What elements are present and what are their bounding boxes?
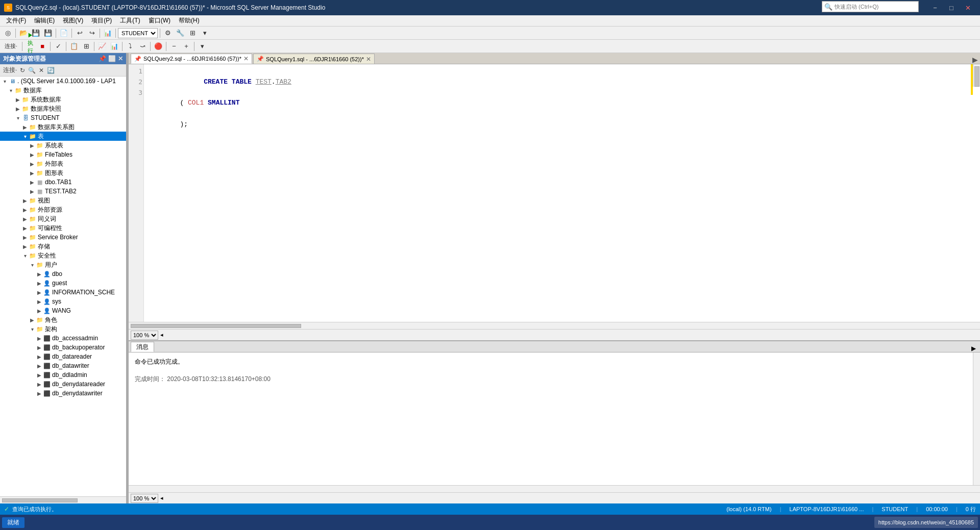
expand-icon-student[interactable]: ▾ xyxy=(14,115,21,121)
toolbar-saveall[interactable]: 💾 xyxy=(42,28,54,39)
expand-icon-user-wang[interactable]: ▶ xyxy=(36,308,43,314)
tree-item-student[interactable]: ▾ 🗄 STUDENT xyxy=(0,113,126,122)
tree-item-servicebroker[interactable]: ▶ 📁 Service Broker xyxy=(0,233,126,242)
expand-icon-tables[interactable]: ▾ xyxy=(21,134,29,139)
expand-icon-dbsnaps[interactable]: ▶ xyxy=(14,106,21,112)
expand-icon-filetables[interactable]: ▶ xyxy=(29,152,36,158)
toolbar-zoom-in[interactable]: + xyxy=(181,41,192,52)
oe-undock-button[interactable]: ⬜ xyxy=(108,55,116,62)
oe-close-button[interactable]: ✕ xyxy=(118,55,123,62)
tab-sqlquery1[interactable]: 📌 SQLQuery1.sql - ...6DJR1\61660 (52))* … xyxy=(253,54,375,64)
toolbar-zoom-out[interactable]: − xyxy=(168,41,180,52)
menu-tools[interactable]: 工具(T) xyxy=(116,15,144,26)
expand-icon-extern[interactable]: ▶ xyxy=(21,207,29,213)
tree-item-databases[interactable]: ▾ 📁 数据库 xyxy=(0,86,126,95)
oe-filter-btn[interactable]: 🔍 xyxy=(27,66,37,75)
tree-item-graphtables[interactable]: ▶ 📁 图形表 xyxy=(0,168,126,178)
toolbar-redo[interactable]: ↪ xyxy=(86,28,97,39)
tree-item-filetables[interactable]: ▶ 📁 FileTables xyxy=(0,150,126,159)
tree-item-views[interactable]: ▶ 📁 视图 xyxy=(0,196,126,205)
expand-icon-schema-denydatawriter[interactable]: ▶ xyxy=(36,391,43,396)
toolbar-summary[interactable]: 📊 xyxy=(102,28,113,39)
tree-item-schema-backupop[interactable]: ▶ ⬛ db_backupoperator xyxy=(0,343,126,352)
expand-icon-schema-denydatareader[interactable]: ▶ xyxy=(36,382,43,387)
editor-hscroll[interactable] xyxy=(129,322,980,329)
tree-item-synonyms[interactable]: ▶ 📁 同义词 xyxy=(0,214,126,223)
tree-item-dbotab1[interactable]: ▶ ▦ dbo.TAB1 xyxy=(0,178,126,187)
editor-hscroll-thumb[interactable] xyxy=(131,324,301,328)
tab-sqlquery2[interactable]: 📌 SQLQuery2.sql - ...6DJR1\61660 (57))* … xyxy=(131,54,252,64)
toolbar-dropdown-arrow[interactable]: ▾ xyxy=(199,28,210,39)
toolbar-step-over[interactable]: ⤻ xyxy=(137,41,148,52)
expand-icon-schema-ddladmin[interactable]: ▶ xyxy=(36,372,43,378)
toolbar-addnew[interactable]: 📄 xyxy=(58,28,69,39)
toolbar-grid-mode[interactable]: ⊞ xyxy=(81,41,92,52)
tree-item-testtab2[interactable]: ▶ ▦ TEST.TAB2 xyxy=(0,187,126,196)
expand-icon-testtab2[interactable]: ▶ xyxy=(29,189,36,194)
tree-item-schema-datawriter[interactable]: ▶ ⬛ db_datawriter xyxy=(0,361,126,370)
tree-item-user-dbo[interactable]: ▶ 👤 dbo xyxy=(0,269,126,279)
tree-item-externtables[interactable]: ▶ 📁 外部表 xyxy=(0,159,126,168)
editor-zoom-select[interactable]: 100 % xyxy=(131,331,158,340)
menu-file[interactable]: 文件(F) xyxy=(2,15,30,26)
tree-item-user-info[interactable]: ▶ 👤 INFORMATION_SCHE xyxy=(0,288,126,297)
tab-close-sqlquery2[interactable]: ✕ xyxy=(243,55,249,62)
expand-icon-programmability[interactable]: ▶ xyxy=(21,225,29,231)
expand-icon-externtables[interactable]: ▶ xyxy=(29,161,36,167)
expand-icon-users[interactable]: ▾ xyxy=(29,262,36,268)
expand-icon-schema-datawriter[interactable]: ▶ xyxy=(36,363,43,369)
tree-item-dbdiagram[interactable]: ▶ 📁 数据库关系图 xyxy=(0,122,126,132)
tree-item-dbsnaps[interactable]: ▶ 📁 数据库快照 xyxy=(0,104,126,113)
taskbar-app[interactable]: https://blog.csdn.net/weixin_45180685 xyxy=(874,517,978,528)
tab-close-sqlquery1[interactable]: ✕ xyxy=(366,56,371,63)
expand-icon-security[interactable]: ▾ xyxy=(21,253,29,259)
tree-item-user-sys[interactable]: ▶ 👤 sys xyxy=(0,297,126,306)
oe-connect-btn[interactable]: 连接· xyxy=(2,65,18,75)
tree-item-schema-ddladmin[interactable]: ▶ ⬛ db_ddladmin xyxy=(0,370,126,380)
expand-icon-user-info[interactable]: ▶ xyxy=(36,290,43,295)
expand-icon-sysdbs[interactable]: ▶ xyxy=(14,97,21,103)
menu-project[interactable]: 项目(P) xyxy=(87,15,116,26)
expand-icon-schema-datareader[interactable]: ▶ xyxy=(36,354,43,360)
toolbar-step-into[interactable]: ⤵ xyxy=(125,41,136,52)
toolbar-stop[interactable]: ■ xyxy=(37,41,48,52)
oe-clearfilter-btn[interactable]: ✕ xyxy=(38,66,45,75)
taskbar-start[interactable]: 就绪 xyxy=(2,517,24,528)
tree-item-programmability[interactable]: ▶ 📁 可编程性 xyxy=(0,223,126,233)
oe-hscroll-thumb[interactable] xyxy=(2,498,78,502)
oe-reload-btn[interactable]: 🔄 xyxy=(46,66,56,75)
maximize-button[interactable]: □ xyxy=(943,3,960,13)
tree-item-security[interactable]: ▾ 📁 安全性 xyxy=(0,251,126,260)
editor-content[interactable]: CREATE TABLE TEST.TAB2 ( COL1 SMALLINT )… xyxy=(144,64,973,322)
expand-icon-user-guest[interactable]: ▶ xyxy=(36,281,43,286)
toolbar-breakpoint[interactable]: 🔴 xyxy=(153,41,164,52)
quick-launch-input[interactable] xyxy=(835,4,916,10)
window-controls[interactable]: − □ ✕ xyxy=(927,3,976,13)
tree-item-systables[interactable]: ▶ 📁 系统表 xyxy=(0,141,126,150)
toolbar-parse[interactable]: ✓ xyxy=(53,41,64,52)
expand-icon-dbotab1[interactable]: ▶ xyxy=(29,180,36,185)
expand-icon-user-sys[interactable]: ▶ xyxy=(36,299,43,305)
tree-item-storage[interactable]: ▶ 📁 存储 xyxy=(0,242,126,251)
expand-icon-schema-backupop[interactable]: ▶ xyxy=(36,345,43,350)
tree-item-schemas[interactable]: ▾ 📁 架构 xyxy=(0,324,126,334)
expand-icon-systables[interactable]: ▶ xyxy=(29,143,36,148)
tree-item-extern[interactable]: ▶ 📁 外部资源 xyxy=(0,205,126,214)
expand-icon-root[interactable]: ▾ xyxy=(1,79,8,84)
menu-help[interactable]: 帮助(H) xyxy=(175,15,204,26)
toolbar-properties[interactable]: 🔧 xyxy=(175,28,186,39)
tree-item-sysdbs[interactable]: ▶ 📁 系统数据库 xyxy=(0,95,126,104)
toolbar-settings[interactable]: ⚙ xyxy=(162,28,174,39)
expand-icon-synonyms[interactable]: ▶ xyxy=(21,216,29,222)
tree-item-tables[interactable]: ▾ 📁 表 xyxy=(0,132,126,141)
menu-edit[interactable]: 编辑(E) xyxy=(30,15,59,26)
tree-item-schema-accessadmin[interactable]: ▶ ⬛ db_accessadmin xyxy=(0,334,126,343)
expand-icon-storage[interactable]: ▶ xyxy=(21,244,29,249)
toolbar-execute[interactable]: ▶ 执行(X) xyxy=(24,41,36,52)
expand-icon-roles[interactable]: ▶ xyxy=(29,317,36,323)
tree-item-schema-denydatareader[interactable]: ▶ ⬛ db_denydatareader xyxy=(0,380,126,389)
expand-icon-schemas[interactable]: ▾ xyxy=(29,326,36,332)
tree-item-root[interactable]: ▾ 🖥 . (SQL Server 14.0.1000.169 - LAP1 xyxy=(0,77,126,86)
close-button[interactable]: ✕ xyxy=(960,3,976,13)
oe-hscroll[interactable] xyxy=(0,496,126,503)
